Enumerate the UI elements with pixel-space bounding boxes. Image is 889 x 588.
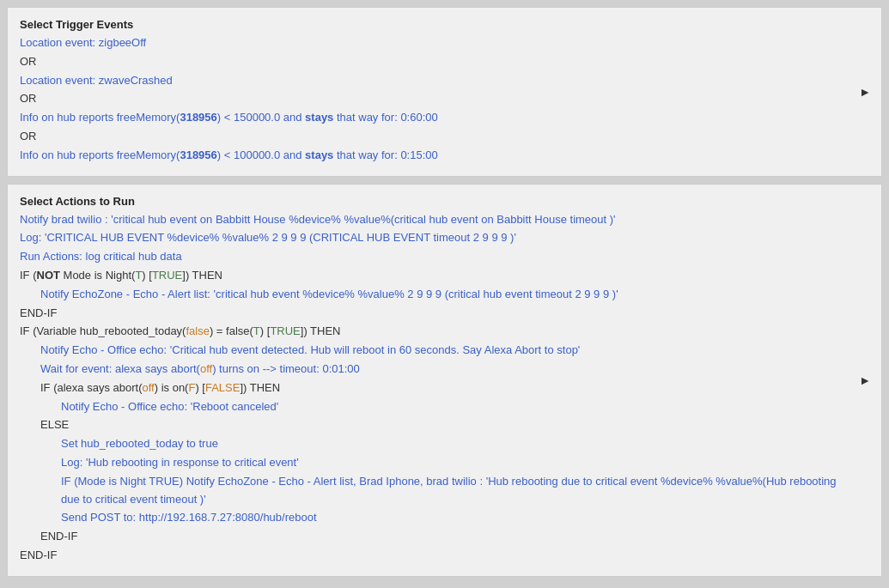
action-send-post: Send POST to: http://192.168.7.27:8080/h… (61, 509, 847, 527)
action-endif-2: END-IF (40, 528, 847, 546)
trigger-line-1: Location event: zigbeeOff (20, 34, 847, 52)
action-endif-3: END-IF (20, 547, 847, 565)
actions-content: Select Actions to Run Notify brad twilio… (8, 185, 881, 576)
action-if-variable: IF (Variable hub_rebooted_today(false) =… (20, 323, 847, 341)
action-notify-echo-office: Notify Echo - Office echo: 'Critical hub… (40, 342, 847, 360)
trigger-or-3: OR (20, 128, 847, 146)
main-container: Select Trigger Events Location event: zi… (0, 0, 889, 588)
actions-title: Select Actions to Run (20, 195, 847, 208)
actions-panel: Select Actions to Run Notify brad twilio… (7, 184, 882, 577)
action-notify-echozone: Notify EchoZone - Echo - Alert list: 'cr… (40, 286, 847, 304)
trigger-memory1[interactable]: Info on hub reports freeMemory(318956) <… (20, 111, 438, 124)
trigger-or-2: OR (20, 90, 847, 108)
trigger-zigbeeoff[interactable]: Location event: zigbeeOff (20, 36, 146, 49)
action-else: ELSE (40, 416, 847, 434)
trigger-events-panel: Select Trigger Events Location event: zi… (7, 7, 882, 177)
action-notify-twilio: Notify brad twilio : 'critical hub event… (20, 211, 847, 229)
trigger-line-4: Info on hub reports freeMemory(318956) <… (20, 147, 847, 165)
action-log-critical: Log: 'CRITICAL HUB EVENT %device% %value… (20, 229, 847, 247)
trigger-events-title: Select Trigger Events (20, 18, 847, 31)
action-endif-1: END-IF (20, 305, 847, 323)
action-run-actions: Run Actions: log critical hub data (20, 248, 847, 266)
trigger-events-content: Select Trigger Events Location event: zi… (8, 8, 881, 176)
actions-panel-arrow[interactable]: ► (859, 373, 871, 387)
action-if-night-notify: IF (Mode is Night TRUE) Notify EchoZone … (61, 473, 847, 509)
action-notify-reboot-canceled: Notify Echo - Office echo: 'Reboot cance… (61, 398, 847, 416)
action-if-alexa: IF (alexa says abort(off) is on(F) [FALS… (40, 379, 847, 397)
action-log-rebooting: Log: 'Hub rebooting in response to criti… (61, 454, 847, 472)
action-if-mode: IF (NOT Mode is Night(T) [TRUE]) THEN (20, 267, 847, 285)
action-set-variable: Set hub_rebooted_today to true (61, 435, 847, 453)
trigger-or-1: OR (20, 53, 847, 71)
trigger-zwavecrashed[interactable]: Location event: zwaveCrashed (20, 74, 173, 87)
trigger-memory2[interactable]: Info on hub reports freeMemory(318956) <… (20, 149, 438, 161)
action-wait-event: Wait for event: alexa says abort(off) tu… (40, 361, 847, 379)
trigger-line-3: Info on hub reports freeMemory(318956) <… (20, 109, 847, 127)
trigger-line-2: Location event: zwaveCrashed (20, 72, 847, 90)
trigger-panel-arrow[interactable]: ► (859, 85, 871, 99)
